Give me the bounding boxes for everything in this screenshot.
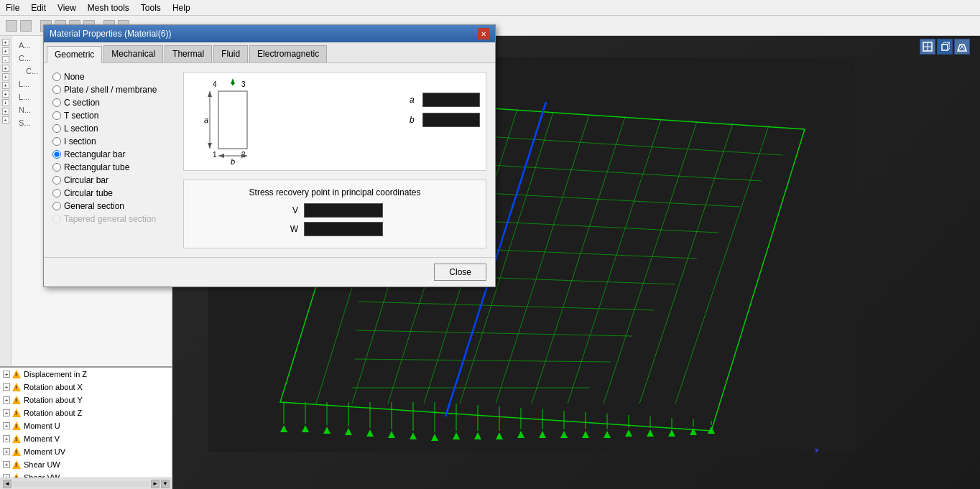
- scroll-down-btn[interactable]: ▼: [161, 480, 170, 488]
- radio-circ-bar-input[interactable]: [52, 176, 61, 185]
- radio-none[interactable]: None: [52, 72, 175, 82]
- tree-expand-10[interactable]: +: [2, 116, 9, 124]
- scroll-bar-bottom[interactable]: ◄ ► ▼: [0, 478, 172, 489]
- radio-l-section-label: L section: [64, 124, 98, 134]
- expand-btn[interactable]: +: [3, 461, 10, 468]
- param-b-row: b: [410, 113, 480, 127]
- expand-btn[interactable]: +: [3, 435, 10, 442]
- radio-tapered-label: Tapered general section: [64, 214, 156, 224]
- svg-text:b: b: [231, 157, 235, 164]
- radio-i-section-input[interactable]: [52, 137, 61, 146]
- menu-mesh-tools[interactable]: Mesh tools: [82, 1, 135, 14]
- expand-btn[interactable]: +: [3, 383, 10, 391]
- param-a-label: a: [410, 95, 418, 105]
- list-item[interactable]: + ! Moment V: [0, 432, 172, 445]
- tab-electromagnetic[interactable]: Electromagnetic: [249, 45, 327, 62]
- radio-plate[interactable]: Plate / shell / membrane: [52, 85, 175, 95]
- expand-btn[interactable]: +: [3, 371, 10, 378]
- stress-w-label: W: [287, 224, 298, 234]
- tab-geometric[interactable]: Geometric: [47, 46, 102, 63]
- svg-marker-99: [231, 78, 235, 84]
- tree-expand-8[interactable]: +: [2, 99, 9, 106]
- radio-tapered-input[interactable]: [52, 215, 61, 223]
- radio-plate-input[interactable]: [52, 85, 61, 94]
- radio-rect-tube[interactable]: Rectangular tube: [52, 162, 175, 172]
- list-item[interactable]: + ! Rotation about Z: [0, 406, 172, 419]
- dialog-footer: Close: [44, 257, 495, 287]
- radio-rect-bar[interactable]: Rectangular bar: [52, 149, 175, 159]
- expand-btn[interactable]: +: [3, 422, 10, 429]
- radio-circ-tube-input[interactable]: [52, 189, 61, 197]
- svg-rect-89: [218, 91, 247, 149]
- radio-plate-label: Plate / shell / membrane: [64, 85, 157, 95]
- tab-mechanical[interactable]: Mechanical: [103, 45, 163, 62]
- tree-expand-1[interactable]: +: [2, 39, 9, 46]
- scroll-track: [13, 481, 149, 487]
- menu-help[interactable]: Help: [167, 1, 196, 14]
- stress-v-label: V: [287, 205, 298, 215]
- radio-l-section[interactable]: L section: [52, 124, 175, 134]
- tab-thermal[interactable]: Thermal: [165, 45, 212, 62]
- toolbar-btn-1[interactable]: [6, 20, 17, 32]
- menubar: File Edit View Mesh tools Tools Help: [0, 0, 980, 16]
- tab-bar: Geometric Mechanical Thermal Fluid Elect…: [44, 42, 495, 63]
- param-b-label: b: [410, 115, 418, 125]
- radio-none-input[interactable]: [52, 73, 61, 81]
- expand-btn[interactable]: +: [3, 409, 10, 416]
- menu-file[interactable]: File: [0, 1, 25, 14]
- radio-c-section[interactable]: C section: [52, 98, 175, 108]
- tree-expand-9[interactable]: +: [2, 108, 9, 115]
- radio-c-section-input[interactable]: [52, 98, 61, 107]
- menu-view[interactable]: View: [52, 1, 82, 14]
- radio-tapered[interactable]: Tapered general section: [52, 214, 175, 224]
- shape-diagram: 4 3 1 2 a: [190, 78, 269, 164]
- dialog-content: None Plate / shell / membrane C section …: [44, 63, 495, 257]
- radio-rect-bar-input[interactable]: [52, 150, 61, 159]
- radio-general-input[interactable]: [52, 202, 61, 210]
- svg-text:4: 4: [213, 80, 217, 88]
- shape-labels-area: a b: [410, 78, 480, 127]
- tree-expand-2[interactable]: +: [2, 47, 9, 55]
- dialog-close-button[interactable]: ✕: [478, 28, 489, 39]
- radio-circ-bar[interactable]: Circular bar: [52, 175, 175, 185]
- tree-expand-5[interactable]: +: [2, 73, 9, 80]
- radio-t-section-input[interactable]: [52, 111, 61, 120]
- radio-rect-tube-label: Rectangular tube: [64, 162, 129, 172]
- list-item[interactable]: + ! Shear UW: [0, 458, 172, 471]
- tree-icons: + + - + + + + + + +: [0, 36, 11, 366]
- radio-rect-tube-input[interactable]: [52, 163, 61, 172]
- param-a-input[interactable]: [422, 93, 480, 107]
- tab-fluid[interactable]: Fluid: [213, 45, 248, 62]
- svg-text:1: 1: [213, 151, 217, 159]
- radio-l-section-input[interactable]: [52, 124, 61, 133]
- shape-area: 4 3 1 2 a: [183, 72, 486, 171]
- toolbar-btn-2[interactable]: [20, 20, 32, 32]
- radio-general[interactable]: General section: [52, 201, 175, 211]
- radio-circ-tube[interactable]: Circular tube: [52, 188, 175, 198]
- list-item[interactable]: + ! Rotation about X: [0, 381, 172, 393]
- tree-expand-6[interactable]: +: [2, 82, 9, 89]
- close-button[interactable]: Close: [434, 264, 486, 281]
- stress-w-input[interactable]: [304, 222, 383, 236]
- expand-btn[interactable]: +: [3, 396, 10, 404]
- list-item[interactable]: + ! Displacement in Z: [0, 368, 172, 381]
- radio-circ-tube-label: Circular tube: [64, 188, 113, 198]
- tree-expand-3[interactable]: -: [2, 56, 9, 63]
- scroll-arrow-right[interactable]: ►: [151, 480, 160, 488]
- warning-icon: !: [11, 434, 22, 444]
- warning-icon: !: [11, 369, 22, 379]
- radio-t-section[interactable]: T section: [52, 111, 175, 121]
- list-item[interactable]: + ! Rotation about Y: [0, 393, 172, 406]
- stress-v-input[interactable]: [304, 203, 383, 218]
- menu-tools[interactable]: Tools: [135, 1, 167, 14]
- radio-none-label: None: [64, 72, 85, 82]
- menu-edit[interactable]: Edit: [25, 1, 52, 14]
- radio-i-section[interactable]: I section: [52, 136, 175, 146]
- scroll-arrow-left[interactable]: ◄: [3, 480, 11, 488]
- expand-btn[interactable]: +: [3, 448, 10, 455]
- tree-expand-4[interactable]: +: [2, 65, 9, 72]
- tree-expand-7[interactable]: +: [2, 90, 9, 98]
- param-b-input[interactable]: [422, 113, 480, 127]
- list-item[interactable]: + ! Moment U: [0, 419, 172, 432]
- list-item[interactable]: + ! Moment UV: [0, 445, 172, 458]
